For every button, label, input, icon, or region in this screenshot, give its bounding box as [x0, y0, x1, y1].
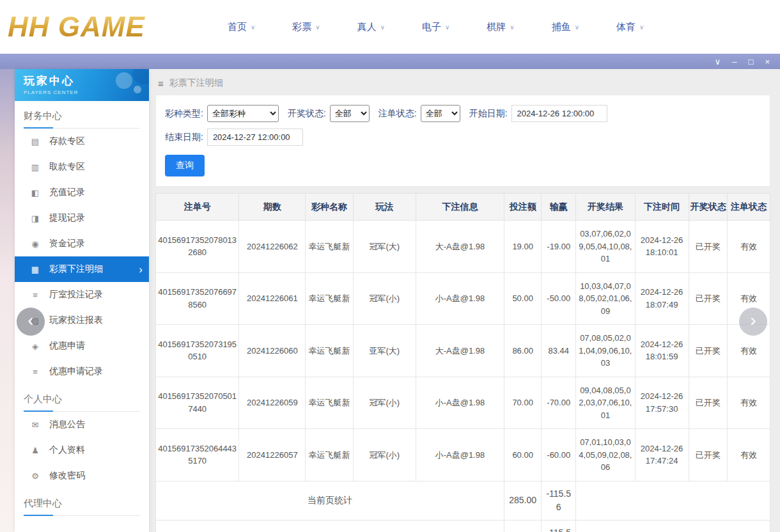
- breadcrumb: ≡ 彩票下注明细: [155, 73, 770, 93]
- sidebar-item-label: 厅室投注记录: [49, 289, 103, 301]
- sidebar-item-promo-apply[interactable]: ◈优惠申请: [15, 333, 149, 359]
- hamburger-icon[interactable]: ≡: [158, 78, 164, 89]
- sidebar-item-change-password[interactable]: ⚙修改密码: [15, 463, 149, 489]
- cell-winloss: -50.00: [542, 272, 576, 325]
- cell-play: 冠军(小): [353, 429, 416, 481]
- collapse-icon[interactable]: ∨: [715, 58, 721, 66]
- sidebar-item-label: 个人资料: [49, 444, 85, 456]
- bell-icon: ✉: [30, 420, 40, 430]
- cell-bet_info: 小-A盘@1.98: [416, 272, 504, 325]
- sidebar-item-label: 消息公告: [49, 419, 85, 430]
- sidebar-item-funds-record[interactable]: ◉资金记录: [15, 231, 149, 256]
- column-header: 注单状态: [727, 194, 770, 221]
- sidebar-item-promo-apply-record[interactable]: ≡优惠申请记录: [15, 359, 149, 384]
- summary-winloss: -115.56: [542, 481, 576, 520]
- nav-item-label: 体育: [616, 21, 636, 33]
- cell-time: 2024-12-26 18:10:01: [635, 221, 689, 273]
- sidebar-item-withdraw-record[interactable]: ◨提现记录: [15, 205, 149, 231]
- cell-order_status: 有效: [727, 429, 770, 481]
- cell-bet_info: 小-A盘@1.98: [416, 377, 504, 429]
- draw-status-filter: 开奖状态: 全部: [288, 105, 370, 122]
- sidebar-item-lottery-bet-detail[interactable]: ▦彩票下注明细›: [15, 256, 149, 282]
- lottery-type-select[interactable]: 全部彩种: [207, 105, 279, 122]
- cell-draw_status: 已开奖: [689, 221, 727, 273]
- nav-item[interactable]: 首页∨: [228, 21, 255, 33]
- cell-lottery: 幸运飞艇新: [306, 221, 353, 273]
- sidebar-item-label: 提现记录: [49, 212, 85, 224]
- column-header: 下注时间: [635, 194, 689, 221]
- column-header: 期数: [239, 194, 306, 221]
- sidebar-item-personal-profile[interactable]: ♟个人资料: [15, 437, 149, 463]
- nav-item[interactable]: 电子∨: [422, 21, 449, 33]
- sidebar: 玩家中心 PLAYERS CENTER 财务中心▤存款专区▥取款专区◧充值记录◨…: [15, 69, 149, 532]
- lottery-bet-detail-icon: ▦: [30, 265, 40, 274]
- sidebar-item-label: 优惠申请: [49, 340, 85, 352]
- end-date-input[interactable]: [207, 129, 303, 146]
- nav-item[interactable]: 体育∨: [616, 21, 644, 33]
- carousel-next-button[interactable]: ›: [739, 308, 767, 336]
- summary-label: 总统计: [156, 520, 504, 532]
- chevron-down-icon: ∨: [380, 24, 385, 31]
- nav-item[interactable]: 真人∨: [357, 21, 385, 33]
- cell-amount: 19.00: [504, 221, 542, 273]
- sidebar-item-label: 彩票下注明细: [49, 263, 103, 275]
- order-status-filter: 注单状态: 全部: [378, 105, 460, 122]
- filter-button-row: 查询: [165, 155, 761, 176]
- table-header-row: 注单号期数彩种名称玩法下注信息投注额输赢开奖结果下注时间开奖状态注单状态: [156, 194, 770, 221]
- cell-amount: 86.00: [504, 325, 542, 377]
- sidebar-subtitle: PLAYERS CENTER: [24, 90, 149, 95]
- table-row: 40156917352078013268020241226062幸运飞艇新冠军(…: [156, 221, 770, 273]
- cell-time: 2024-12-26 18:07:49: [635, 272, 689, 325]
- maximize-icon[interactable]: □: [749, 58, 754, 66]
- cell-lottery: 幸运飞艇新: [306, 429, 353, 481]
- summary-row: 当前页统计285.00-115.56: [156, 481, 770, 520]
- sidebar-section-title: 财务中心: [24, 110, 140, 129]
- start-date-label: 开始日期:: [469, 108, 508, 120]
- table-row: 40156917352073195051020241226060幸运飞艇新亚军(…: [156, 325, 770, 377]
- withdraw-icon: ▥: [30, 162, 40, 172]
- sidebar-item-withdraw-zone[interactable]: ▥取款专区: [15, 154, 149, 180]
- background-strip: [0, 69, 15, 532]
- draw-status-select[interactable]: 全部: [330, 105, 370, 122]
- column-header: 投注额: [504, 194, 542, 221]
- gear-icon: ⚙: [30, 471, 40, 481]
- cell-order_no: 401569173520766978560: [156, 272, 239, 325]
- chevron-down-icon: ∨: [445, 24, 449, 31]
- table-row: 40156917352070501744020241226059幸运飞艇新冠军(…: [156, 377, 770, 429]
- page-title: 彩票下注明细: [169, 77, 223, 89]
- hall-bet-record-icon: ≡: [30, 290, 40, 300]
- cell-bet_info: 大-A盘@1.98: [416, 221, 504, 273]
- nav-item-label: 彩票: [292, 21, 311, 33]
- sidebar-item-hall-bet-record[interactable]: ≡厅室投注记录: [15, 282, 149, 308]
- sidebar-item-recharge-record[interactable]: ◧充值记录: [15, 180, 149, 205]
- decor-circle: [116, 72, 132, 89]
- start-date-input[interactable]: [511, 105, 607, 122]
- table-body: 40156917352078013268020241226062幸运飞艇新冠军(…: [156, 221, 770, 532]
- cell-order_no: 401569173520731950510: [156, 325, 239, 377]
- brand-logo[interactable]: HH GAME: [8, 11, 197, 43]
- window-title-bar: ∨ – □ ×: [0, 54, 780, 69]
- sidebar-item-deposit-zone[interactable]: ▤存款专区: [15, 129, 149, 154]
- nav-item[interactable]: 捕鱼∨: [552, 21, 579, 33]
- cell-play: 冠军(小): [353, 377, 416, 429]
- summary-winloss: -115.56: [542, 520, 576, 532]
- carousel-prev-button[interactable]: ‹: [17, 308, 45, 336]
- cell-draw_status: 已开奖: [689, 429, 727, 481]
- minimize-icon[interactable]: –: [732, 58, 737, 66]
- sidebar-item-label: 充值记录: [49, 187, 85, 198]
- cell-result: 03,07,06,02,09,05,04,10,08,01: [576, 221, 635, 273]
- order-status-select[interactable]: 全部: [421, 105, 460, 122]
- cell-bet_info: 大-A盘@1.98: [416, 325, 504, 377]
- summary-empty: [576, 520, 770, 532]
- column-header: 开奖结果: [576, 194, 635, 221]
- query-button[interactable]: 查询: [165, 155, 205, 176]
- sidebar-item-message-notice[interactable]: ✉消息公告: [15, 412, 149, 437]
- nav-item-label: 棋牌: [487, 21, 506, 33]
- column-header: 注单号: [156, 194, 239, 221]
- nav-item[interactable]: 彩票∨: [292, 21, 320, 33]
- nav-item[interactable]: 棋牌∨: [487, 21, 514, 33]
- cell-amount: 50.00: [504, 272, 542, 325]
- column-header: 输赢: [542, 194, 576, 221]
- close-icon[interactable]: ×: [765, 58, 770, 66]
- table-row: 40156917352064443517020241226057幸运飞艇新冠军(…: [156, 429, 770, 481]
